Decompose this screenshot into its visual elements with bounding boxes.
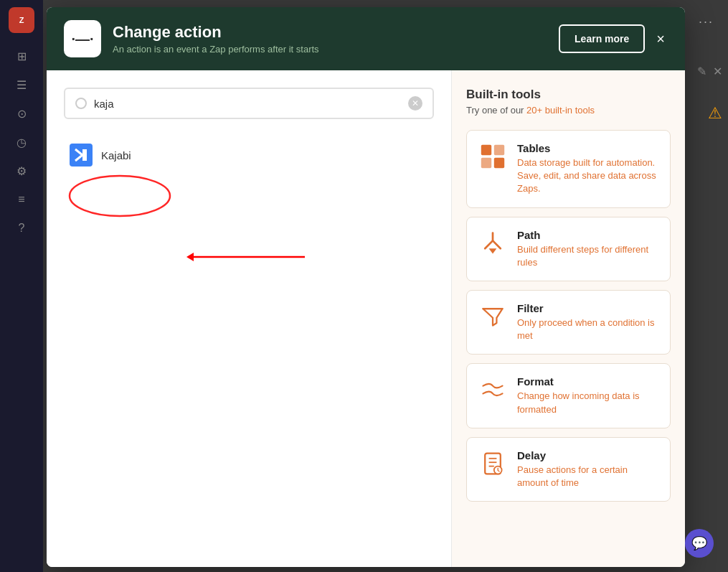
- panel-close-icon[interactable]: ✕: [713, 65, 722, 78]
- search-radio: [75, 98, 87, 109]
- subtitle-prefix: Try one of our: [466, 105, 526, 116]
- modal-header-actions: Learn more ×: [559, 24, 668, 53]
- kajabi-icon: [70, 144, 93, 167]
- modal-header-text: Change action An action is an event a Za…: [113, 23, 547, 55]
- svg-point-2: [70, 176, 170, 216]
- format-icon: [478, 375, 507, 404]
- tables-info: Tables Data storage built for automation…: [517, 142, 658, 196]
- search-input[interactable]: [94, 98, 401, 110]
- change-action-modal: ·—· Change action An action is an event …: [47, 7, 685, 567]
- search-clear-button[interactable]: ✕: [408, 96, 422, 111]
- built-in-tools-link[interactable]: 20+ built-in tools: [526, 105, 595, 116]
- svg-rect-1: [82, 149, 87, 161]
- svg-marker-4: [186, 253, 194, 261]
- svg-rect-5: [481, 145, 491, 155]
- chat-bubble-button[interactable]: 💬: [685, 529, 714, 558]
- filter-icon: [478, 302, 507, 331]
- format-name: Format: [517, 375, 658, 388]
- sidebar-item-menu[interactable]: ☰: [9, 72, 34, 98]
- sidebar-item-help[interactable]: ?: [9, 215, 34, 241]
- delay-desc: Pause actions for a certain amount of ti…: [517, 464, 658, 489]
- modal-close-button[interactable]: ×: [653, 28, 668, 50]
- filter-card[interactable]: Filter Only proceed when a condition is …: [466, 290, 671, 355]
- sidebar-item-grid[interactable]: ⊞: [9, 43, 34, 69]
- learn-more-button[interactable]: Learn more: [559, 24, 645, 53]
- modal-app-icon: ·—·: [64, 20, 101, 57]
- sidebar-item-settings[interactable]: ⚙: [9, 158, 34, 184]
- modal-body: ✕ Kajabi: [47, 70, 685, 567]
- path-icon: [478, 229, 507, 258]
- svg-rect-6: [494, 145, 504, 155]
- filter-name: Filter: [517, 302, 658, 314]
- filter-desc: Only proceed when a condition is met: [517, 317, 658, 342]
- built-in-title: Built-in tools: [466, 88, 671, 102]
- filter-info: Filter Only proceed when a condition is …: [517, 302, 658, 342]
- format-desc: Change how incoming data is formatted: [517, 390, 658, 416]
- path-info: Path Build different steps for different…: [517, 229, 658, 269]
- right-panel: Built-in tools Try one of our 20+ built-…: [452, 70, 685, 567]
- delay-info: Delay Pause actions for a certain amount…: [517, 449, 658, 489]
- modal-header: ·—· Change action An action is an event …: [47, 7, 685, 70]
- built-in-subtitle: Try one of our 20+ built-in tools: [466, 105, 671, 116]
- kajabi-label: Kajabi: [101, 149, 131, 161]
- tables-desc: Data storage built for automation. Save,…: [517, 156, 658, 196]
- left-panel: ✕ Kajabi: [47, 70, 452, 567]
- path-desc: Build different steps for different rule…: [517, 243, 658, 269]
- delay-name: Delay: [517, 449, 658, 461]
- tables-card[interactable]: Tables Data storage built for automation…: [466, 130, 671, 208]
- more-options-icon[interactable]: ···: [699, 14, 714, 29]
- kajabi-result[interactable]: Kajabi: [64, 136, 434, 174]
- zapier-logo[interactable]: Z: [9, 7, 34, 33]
- svg-rect-7: [481, 158, 491, 168]
- svg-marker-9: [489, 248, 497, 253]
- delay-icon: [478, 449, 507, 478]
- modal-title: Change action: [113, 23, 547, 42]
- sidebar-item-list[interactable]: ≡: [9, 187, 34, 212]
- path-name: Path: [517, 229, 658, 241]
- tables-name: Tables: [517, 142, 658, 154]
- tables-icon: [478, 142, 507, 171]
- delay-card[interactable]: Delay Pause actions for a certain amount…: [466, 437, 671, 502]
- warning-icon: ⚠: [708, 104, 722, 123]
- svg-rect-8: [494, 158, 504, 168]
- edit-icon[interactable]: ✎: [697, 65, 706, 78]
- sidebar: Z ⊞ ☰ ⊙ ◷ ⚙ ≡ ?: [0, 0, 43, 572]
- format-card[interactable]: Format Change how incoming data is forma…: [466, 363, 671, 428]
- sidebar-item-circle[interactable]: ⊙: [9, 100, 34, 126]
- path-card[interactable]: Path Build different steps for different…: [466, 217, 671, 281]
- sidebar-item-clock[interactable]: ◷: [9, 129, 34, 155]
- modal-subtitle: An action is an event a Zap performs aft…: [113, 44, 547, 55]
- format-info: Format Change how incoming data is forma…: [517, 375, 658, 416]
- search-box: ✕: [64, 88, 434, 119]
